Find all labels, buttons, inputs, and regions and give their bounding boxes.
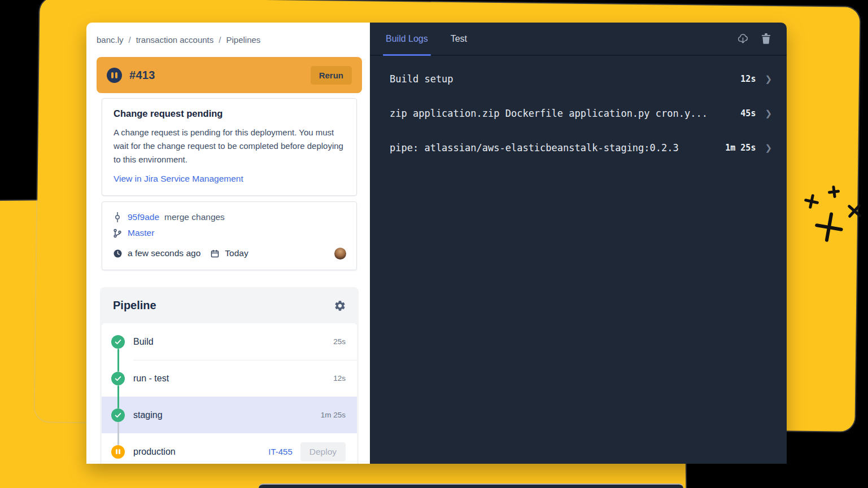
pipeline-section: Pipeline Build 25s [100,287,359,464]
step-connector [117,422,119,445]
commit-meta-row: a few seconds ago Today [112,245,346,261]
next-section-top-edge [259,483,683,488]
log-row-build-setup[interactable]: Build setup 12s ❯ [370,61,787,96]
commit-date: Today [225,248,248,258]
step-duration: 1m 25s [321,411,346,419]
step-duration: 12s [333,374,346,383]
breadcrumb-separator: / [129,35,131,45]
pipeline-title: Pipeline [113,299,156,312]
tab-test[interactable]: Test [448,23,470,55]
chevron-right-icon[interactable]: ❯ [765,108,772,118]
success-check-icon [111,335,125,349]
commit-row: 95f9ade merge changes [112,209,346,225]
log-step-name: Build setup [390,73,453,85]
jira-ticket-link[interactable]: IT-455 [268,447,293,456]
chevron-right-icon[interactable]: ❯ [765,143,772,153]
log-step-name: pipe: atlassian/aws-elasticbeanstalk-sta… [390,142,679,153]
branch-link[interactable]: Master [128,228,154,238]
pipeline-summary-pane: banc.ly / transaction accounts / Pipelin… [86,23,370,464]
log-step-duration: 1m 25s [725,143,756,153]
tab-build-logs[interactable]: Build Logs [383,23,431,55]
pipeline-header: Pipeline [102,287,357,323]
step-name: Build [133,337,154,347]
log-row-zip[interactable]: zip application.zip Dockerfile applicati… [370,96,787,130]
log-step-duration: 12s [740,74,756,84]
breadcrumb: banc.ly / transaction accounts / Pipelin… [86,23,370,45]
step-connector [117,349,119,372]
change-request-card: Change request pending A change request … [102,98,357,196]
log-step-duration: 45s [740,108,756,118]
change-request-body: A change request is pending for this dep… [114,126,345,166]
success-check-icon [111,372,125,385]
paused-step-icon [111,445,125,459]
delete-logs-trash-icon[interactable] [761,33,771,44]
log-step-name: zip application.zip Dockerfile applicati… [390,108,708,119]
step-row-run-test[interactable]: run - test 12s [102,360,357,397]
change-request-title: Change request pending [114,108,345,119]
step-duration: 25s [333,337,346,346]
build-header: #413 Rerun [97,57,362,93]
breadcrumb-repository[interactable]: transaction accounts [136,35,214,45]
download-logs-cloud-icon[interactable] [737,33,749,44]
step-row-build[interactable]: Build 25s [102,323,357,360]
breadcrumb-page[interactable]: Pipelines [226,35,260,45]
commit-hash-link[interactable]: 95f9ade [128,212,159,222]
clock-icon [112,249,123,258]
step-connector [117,385,119,408]
sparkle-icon [827,185,841,199]
breadcrumb-workspace[interactable]: banc.ly [97,35,124,45]
calendar-icon [210,249,220,258]
pause-icon [107,68,122,83]
pipeline-app-window: banc.ly / transaction accounts / Pipelin… [86,23,787,464]
step-row-production[interactable]: production IT-455 Deploy [102,433,357,464]
deploy-button[interactable]: Deploy [300,442,346,461]
branch-icon [112,228,123,238]
commit-card: 95f9ade merge changes Master [102,201,357,270]
chevron-right-icon[interactable]: ❯ [765,74,772,84]
success-check-icon [111,408,125,422]
breadcrumb-separator: / [219,35,221,45]
sparkle-icon [803,193,821,210]
build-number: #413 [129,69,155,82]
step-name: production [133,447,176,457]
jira-service-management-link[interactable]: View in Jira Service Management [114,174,243,184]
avatar [334,248,346,260]
rerun-button[interactable]: Rerun [311,66,352,85]
branch-row: Master [112,225,346,241]
log-rows: Build setup 12s ❯ zip application.zip Do… [370,56,787,165]
logs-header: Build Logs Test [370,23,787,56]
settings-gear-icon[interactable] [334,300,346,312]
pipeline-steps-card: Build 25s run - test 12s [102,323,357,464]
step-row-staging[interactable]: staging 1m 25s [102,397,357,433]
log-row-pipe[interactable]: pipe: atlassian/aws-elasticbeanstalk-sta… [370,130,787,165]
logs-header-actions [737,33,771,44]
commit-time: a few seconds ago [128,248,200,258]
build-logs-pane: Build Logs Test [370,23,787,464]
step-name: run - test [133,373,169,384]
commit-message: merge changes [164,212,225,222]
sparkle-icon [813,210,845,244]
scene: banc.ly / transaction accounts / Pipelin… [0,0,868,488]
commit-icon [112,212,123,223]
step-name: staging [133,410,163,420]
